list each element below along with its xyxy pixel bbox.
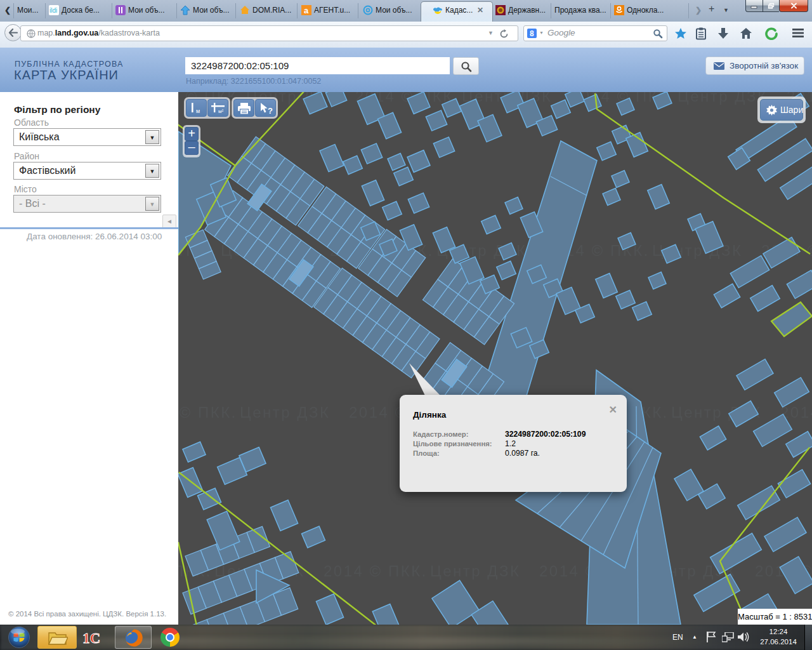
svg-text:ildi: ildi	[49, 7, 57, 14]
svg-text:м²: м²	[218, 109, 224, 114]
svg-text:?: ?	[268, 106, 273, 116]
svg-text:8: 8	[530, 29, 534, 38]
svg-text:Центр ДЗК: Центр ДЗК	[430, 562, 521, 580]
svg-text:м: м	[196, 108, 200, 114]
svg-text:Центр ДЗК: Центр ДЗК	[678, 92, 768, 105]
svg-text:1С: 1С	[82, 630, 100, 646]
svg-text:a: a	[304, 6, 309, 15]
svg-text:2014 © ПКК.: 2014 © ПКК.	[178, 404, 237, 421]
svg-text:2014 © ПКК.: 2014 © ПКК.	[324, 562, 428, 580]
svg-text:Центр ДЗК: Центр ДЗК	[240, 404, 331, 421]
